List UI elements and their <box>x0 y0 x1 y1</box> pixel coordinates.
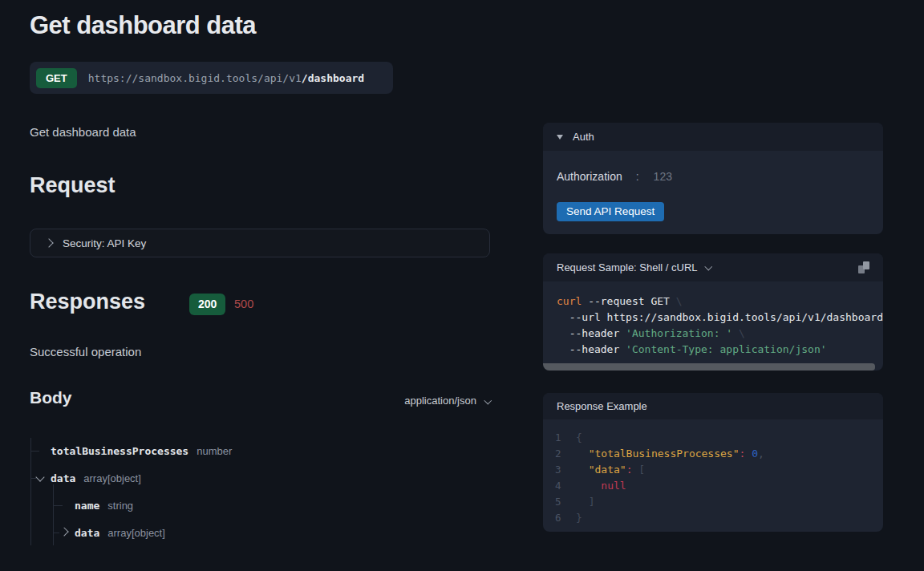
line-number: 6 <box>555 510 568 526</box>
chevron-down-icon <box>484 396 491 403</box>
code-line: 4 null <box>555 478 883 494</box>
security-collapsible[interactable]: Security: API Key <box>30 229 490 257</box>
chevron-down-icon <box>704 263 711 270</box>
schema-row-data[interactable]: dataarray[object] <box>30 464 490 492</box>
endpoint-base-url: https://sandbox.bigid.tools/api/v1 <box>88 72 302 84</box>
response-code-500-tab[interactable]: 500 <box>234 298 253 310</box>
code-line: 1{ <box>555 430 883 446</box>
copy-icon[interactable] <box>858 261 869 273</box>
endpoint-pill: GET https://sandbox.bigid.tools/api/v1/d… <box>30 62 393 94</box>
auth-field-separator: : <box>636 170 639 183</box>
schema-field-type: array[object] <box>83 472 141 484</box>
triangle-down-icon <box>557 135 563 140</box>
body-schema-tree: totalBusinessProcessesnumberdataarray[ob… <box>30 437 490 549</box>
line-number: 4 <box>555 478 568 494</box>
line-number: 2 <box>555 446 568 462</box>
schema-field-name: data <box>51 472 75 484</box>
request-sample-title: Request Sample: Shell / cURL <box>557 261 698 273</box>
response-code-block: 1{2 "totalBusinessProcesses": 0,3 "data"… <box>555 430 883 526</box>
code-line: 5 ] <box>555 494 883 510</box>
auth-field-label: Authorization <box>557 170 622 183</box>
schema-field-name: data <box>75 527 99 539</box>
code-line: 3 "data": [ <box>555 462 883 478</box>
request-sample-selector[interactable]: Request Sample: Shell / cURL <box>557 261 711 273</box>
method-badge: GET <box>36 68 77 88</box>
auth-panel: Auth Authorization : 123 Send API Reques… <box>543 123 883 234</box>
request-heading: Request <box>30 173 116 198</box>
auth-panel-title: Auth <box>573 131 594 143</box>
code-line: 6} <box>555 510 883 526</box>
horizontal-scrollbar[interactable] <box>543 363 875 371</box>
schema-field-type: array[object] <box>107 527 165 539</box>
code-line: --header 'Authorization: ' \ <box>557 326 883 342</box>
schema-row-totalBusinessProcesses: totalBusinessProcessesnumber <box>30 437 490 464</box>
content-type-select[interactable]: application/json <box>30 395 490 407</box>
response-example-title: Response Example <box>557 400 647 412</box>
content-type-value: application/json <box>404 395 476 407</box>
chevron-right-icon <box>44 238 53 247</box>
schema-field-type: number <box>197 445 232 457</box>
schema-field-type: string <box>107 500 133 512</box>
endpoint-url: https://sandbox.bigid.tools/api/v1/dashb… <box>88 72 364 84</box>
curl-code-block: curl --request GET \ --url https://sandb… <box>557 294 883 358</box>
chevron-right-icon[interactable] <box>59 527 68 536</box>
request-sample-header: Request Sample: Shell / cURL <box>543 253 883 281</box>
response-code-200-tab[interactable]: 200 <box>189 294 225 315</box>
response-success-message: Successful operation <box>30 345 141 358</box>
code-line: --header 'Content-Type: application/json… <box>557 342 883 358</box>
schema-row-data[interactable]: dataarray[object] <box>30 519 490 546</box>
endpoint-path: /dashboard <box>302 72 364 84</box>
page-title: Get dashboard data <box>30 11 256 40</box>
auth-field-value-input[interactable]: 123 <box>654 170 672 183</box>
response-example-panel: Response Example 1{2 "totalBusinessProce… <box>543 393 883 532</box>
code-line: curl --request GET \ <box>557 294 883 310</box>
response-example-header: Response Example <box>543 393 883 419</box>
schema-row-name: namestring <box>30 492 490 519</box>
request-sample-panel: Request Sample: Shell / cURL curl --requ… <box>543 253 883 371</box>
schema-field-name: totalBusinessProcesses <box>51 445 188 457</box>
auth-field-row: Authorization : 123 <box>557 170 672 183</box>
line-number: 1 <box>555 430 568 446</box>
line-number: 5 <box>555 494 568 510</box>
operation-description: Get dashboard data <box>30 125 136 139</box>
code-line: --url https://sandbox.bigid.tools/api/v1… <box>557 310 883 326</box>
responses-heading: Responses <box>30 290 145 314</box>
code-line: 2 "totalBusinessProcesses": 0, <box>555 446 883 462</box>
api-reference-page: Get dashboard data GET https://sandbox.b… <box>0 0 924 571</box>
auth-panel-header[interactable]: Auth <box>543 123 883 151</box>
security-label: Security: API Key <box>63 237 146 249</box>
line-number: 3 <box>555 462 568 478</box>
chevron-down-icon[interactable] <box>35 472 44 481</box>
send-api-request-button[interactable]: Send API Request <box>557 202 664 221</box>
schema-field-name: name <box>75 500 99 512</box>
